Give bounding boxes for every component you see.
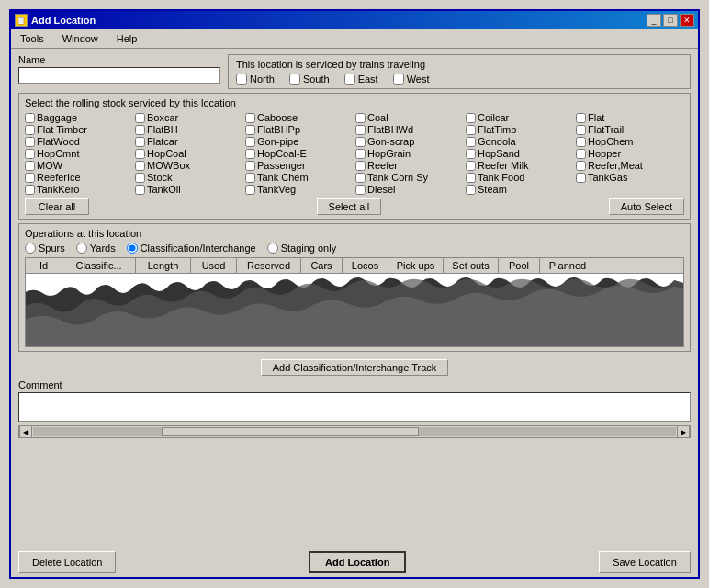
cb-gon-pipe[interactable]: [245, 137, 255, 147]
col-locos: Locos: [343, 258, 388, 273]
north-checkbox[interactable]: [236, 74, 247, 85]
cb-mowbox[interactable]: [135, 161, 145, 171]
rs-hopchem: HopChem: [576, 136, 684, 147]
cb-gondola[interactable]: [466, 137, 476, 147]
radio-classification-input[interactable]: [127, 243, 138, 254]
east-label: East: [358, 74, 378, 85]
menu-bar: Tools Window Help: [11, 29, 698, 49]
cb-reefer-milk[interactable]: [466, 161, 476, 171]
select-all-button[interactable]: Select all: [317, 198, 382, 215]
menu-help[interactable]: Help: [111, 31, 143, 46]
cb-tankoil[interactable]: [135, 185, 145, 195]
maximize-button[interactable]: □: [663, 14, 678, 27]
radio-yards-input[interactable]: [76, 243, 87, 254]
west-checkbox[interactable]: [393, 74, 404, 85]
add-location-button[interactable]: Add Location: [309, 551, 406, 573]
scroll-right-arrow[interactable]: ▶: [677, 425, 690, 438]
cb-baggage[interactable]: [25, 113, 35, 123]
cb-hopchem[interactable]: [576, 137, 586, 147]
col-id: Id: [26, 258, 62, 273]
window-title: Add Location: [31, 15, 96, 26]
rolling-stock-section: Select the rolling stock serviced by thi…: [18, 93, 691, 220]
rs-tankoil: TankOil: [135, 184, 243, 195]
add-track-button[interactable]: Add Classification/Interchange Track: [261, 359, 449, 376]
cb-flatwood[interactable]: [25, 137, 35, 147]
south-checkbox[interactable]: [289, 74, 300, 85]
cb-reefice[interactable]: [25, 173, 35, 183]
horizontal-scrollbar[interactable]: ◀ ▶: [18, 425, 691, 438]
cb-flat[interactable]: [576, 113, 586, 123]
add-track-row: Add Classification/Interchange Track: [18, 359, 691, 376]
rs-flatbh: FlatBH: [135, 124, 243, 135]
cb-tankgas[interactable]: [576, 173, 586, 183]
col-classific: Classific...: [62, 258, 136, 273]
auto-select-button[interactable]: Auto Select: [609, 198, 684, 215]
east-checkbox[interactable]: [344, 74, 355, 85]
rs-hopcoal: HopCoal: [135, 148, 243, 159]
cb-flatbhwd[interactable]: [355, 125, 366, 135]
radio-yards: Yards: [76, 243, 116, 254]
comment-textarea[interactable]: [18, 392, 691, 422]
cb-coal[interactable]: [355, 113, 366, 123]
scroll-thumb[interactable]: [162, 427, 419, 436]
cb-hopcoal-e[interactable]: [245, 149, 255, 159]
rs-reefer-milk: Reefer Milk: [466, 160, 574, 171]
scroll-track[interactable]: [33, 427, 676, 436]
west-label: West: [407, 74, 430, 85]
rs-passenger: Passenger: [245, 160, 354, 171]
cb-hopsand[interactable]: [466, 149, 476, 159]
cb-reefer[interactable]: [355, 161, 366, 171]
comment-section: Comment: [18, 379, 691, 422]
cb-steam[interactable]: [466, 185, 476, 195]
rs-reefer: Reefer: [355, 160, 464, 171]
minimize-button[interactable]: _: [647, 14, 661, 27]
save-location-button[interactable]: Save Location: [599, 551, 691, 573]
cb-diesel[interactable]: [355, 185, 366, 195]
window-icon: 📋: [15, 14, 28, 27]
cb-boxcar[interactable]: [135, 113, 145, 123]
name-label: Name: [18, 54, 220, 65]
cb-tank-chem[interactable]: [245, 173, 255, 183]
menu-window[interactable]: Window: [57, 31, 104, 46]
cb-passenger[interactable]: [245, 161, 255, 171]
cb-hopper[interactable]: [576, 149, 586, 159]
clear-all-button[interactable]: Clear all: [25, 198, 89, 215]
name-input[interactable]: [18, 67, 220, 84]
rs-diesel: Diesel: [355, 184, 464, 195]
radio-spurs-input[interactable]: [25, 243, 36, 254]
delete-location-button[interactable]: Delete Location: [18, 551, 116, 573]
menu-tools[interactable]: Tools: [15, 31, 50, 46]
cb-hopcoal[interactable]: [135, 149, 145, 159]
cb-flattrail[interactable]: [576, 125, 586, 135]
title-bar-left: 📋 Add Location: [15, 14, 96, 27]
cb-flatbh[interactable]: [135, 125, 145, 135]
cb-reefer-meat[interactable]: [576, 161, 586, 171]
cb-flat-timber[interactable]: [25, 125, 35, 135]
rs-button-row: Clear all Select all Auto Select: [25, 198, 684, 215]
cb-flattimb[interactable]: [466, 125, 476, 135]
cb-flatcar[interactable]: [135, 137, 145, 147]
radio-yards-label: Yards: [90, 243, 116, 254]
rs-tank-corn-sy: Tank Corn Sy: [355, 172, 464, 183]
rs-coal: Coal: [355, 112, 464, 123]
rs-hopsand: HopSand: [466, 148, 574, 159]
cb-tank-corn-sy[interactable]: [355, 173, 366, 183]
cb-tankveg[interactable]: [245, 185, 255, 195]
radio-staging-input[interactable]: [267, 243, 278, 254]
cb-hopgrain[interactable]: [355, 149, 366, 159]
cb-coilcar[interactable]: [466, 113, 476, 123]
scroll-left-arrow[interactable]: ◀: [19, 425, 32, 438]
cb-tankkero[interactable]: [25, 185, 35, 195]
cb-caboose[interactable]: [245, 113, 255, 123]
col-used: Used: [191, 258, 237, 273]
radio-spurs: Spurs: [25, 243, 65, 254]
close-button[interactable]: ✕: [680, 14, 694, 27]
cb-hopcmnt[interactable]: [25, 149, 35, 159]
cb-stock[interactable]: [135, 173, 145, 183]
comment-label: Comment: [18, 379, 691, 390]
cb-flatbhpp[interactable]: [245, 125, 255, 135]
cb-gon-scrap[interactable]: [355, 137, 366, 147]
cb-tank-food[interactable]: [466, 173, 476, 183]
rs-flatbhpp: FlatBHPp: [245, 124, 354, 135]
cb-mow[interactable]: [25, 161, 35, 171]
